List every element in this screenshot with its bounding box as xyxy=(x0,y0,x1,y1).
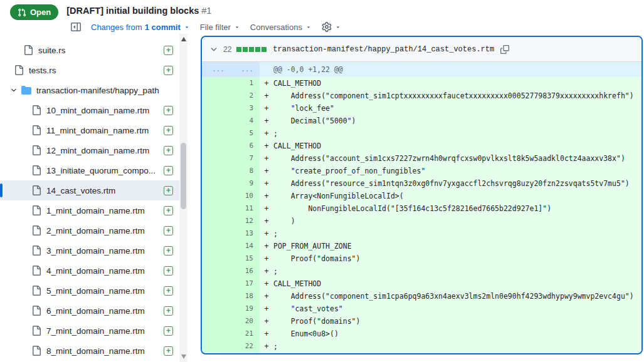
old-line-number[interactable] xyxy=(202,102,231,115)
tree-file-row[interactable]: 12_mint_domain_name.rtm+ xyxy=(0,140,179,160)
new-line-number[interactable]: 14 xyxy=(231,240,260,252)
tree-file-row[interactable]: 11_mint_domain_name.rtm+ xyxy=(0,120,179,140)
new-line-number[interactable]: 15 xyxy=(231,252,260,265)
old-line-number[interactable] xyxy=(202,165,231,177)
tree-folder-row[interactable]: transaction-manifest/happy_path xyxy=(0,80,179,100)
old-line-number[interactable] xyxy=(202,90,231,102)
copy-icon xyxy=(500,45,509,54)
old-line-number[interactable] xyxy=(202,240,231,252)
tree-file-row[interactable]: 1_mint_domain_name.rtm+ xyxy=(0,200,179,220)
new-line-number[interactable]: 2 xyxy=(231,90,260,102)
tree-file-row[interactable]: 13_initiate_quorum_compo...+ xyxy=(0,160,179,180)
old-line-number[interactable]: ... xyxy=(202,62,231,77)
diff-sign xyxy=(260,62,273,77)
new-line-number[interactable]: 19 xyxy=(231,303,260,315)
file-icon xyxy=(31,205,41,215)
old-line-number[interactable] xyxy=(202,215,231,227)
old-line-number[interactable] xyxy=(202,140,231,152)
new-line-number[interactable]: 9 xyxy=(231,177,260,190)
diff-line-row: 15+ Proof("domains") xyxy=(202,252,641,265)
tree-file-row[interactable]: 4_mint_domain_name.rtm+ xyxy=(0,261,179,281)
diff-code: CALL_METHOD xyxy=(273,277,641,290)
old-line-number[interactable] xyxy=(202,290,231,303)
tree-file-row[interactable]: 2_mint_domain_name.rtm+ xyxy=(0,220,179,240)
tree-file-row[interactable]: 14_cast_votes.rtm+ xyxy=(0,180,179,200)
file-icon xyxy=(31,125,41,135)
tree-file-row[interactable]: 7_mint_domain_name.rtm+ xyxy=(0,321,179,341)
old-line-number[interactable] xyxy=(202,202,231,215)
copy-file-path-button[interactable] xyxy=(500,45,509,54)
diff-line-row: 22+; xyxy=(202,340,641,353)
diff-code: Enum<0u8>() xyxy=(273,328,641,340)
new-line-number[interactable]: 13 xyxy=(231,227,260,240)
changes-from-dropdown[interactable]: Changes from 1 commit xyxy=(91,23,190,32)
diff-code: "create_proof_of_non_fungibles" xyxy=(273,165,641,177)
tree-file-row[interactable]: 5_mint_domain_name.rtm+ xyxy=(0,281,179,301)
scrollbar-down-arrow[interactable] xyxy=(179,351,187,362)
new-line-number[interactable]: 18 xyxy=(231,290,260,303)
old-line-number[interactable] xyxy=(202,77,231,90)
old-line-number[interactable] xyxy=(202,227,231,240)
new-line-number[interactable]: 16 xyxy=(231,265,260,277)
new-line-number[interactable]: 4 xyxy=(231,115,260,127)
old-line-number[interactable] xyxy=(202,277,231,290)
new-line-number[interactable]: 8 xyxy=(231,165,260,177)
new-line-number[interactable]: 22 xyxy=(231,340,260,353)
tree-item-label: 4_mint_domain_name.rtm xyxy=(46,266,159,276)
new-line-number[interactable]: 12 xyxy=(231,215,260,227)
new-line-number[interactable]: 6 xyxy=(231,140,260,152)
old-line-number[interactable] xyxy=(202,315,231,328)
diff-added-icon: + xyxy=(164,206,173,215)
new-line-number[interactable]: 17 xyxy=(231,277,260,290)
new-line-number[interactable]: 21 xyxy=(231,328,260,340)
diff-line-row: 12+ ) xyxy=(202,215,641,227)
tree-file-row[interactable]: suite.rs+ xyxy=(0,40,179,60)
tree-file-row[interactable]: 10_mint_domain_name.rtm+ xyxy=(0,100,179,120)
new-line-number[interactable]: 1 xyxy=(231,77,260,90)
changes-from-count: 1 commit xyxy=(145,23,181,32)
file-filter-dropdown[interactable]: File filter xyxy=(200,23,240,32)
scrollbar-thumb[interactable] xyxy=(181,143,186,209)
diff-code: POP_FROM_AUTH_ZONE xyxy=(273,240,641,252)
triangle-down-icon xyxy=(335,24,341,30)
old-line-number[interactable] xyxy=(202,340,231,353)
diff-sign: + xyxy=(260,290,273,303)
new-line-number[interactable]: 10 xyxy=(231,190,260,202)
tree-file-row[interactable]: 6_mint_domain_name.rtm+ xyxy=(0,301,179,321)
old-line-number[interactable] xyxy=(202,177,231,190)
diffstat-block xyxy=(249,47,254,52)
diff-added-icon: + xyxy=(164,106,173,115)
new-line-number[interactable]: 20 xyxy=(231,315,260,328)
new-line-number[interactable]: ... xyxy=(231,62,260,77)
diff-file-path[interactable]: transaction-manifest/happy_path/14_cast_… xyxy=(273,45,494,54)
old-line-number[interactable] xyxy=(202,328,231,340)
diff-sign: + xyxy=(260,202,273,215)
old-line-number[interactable] xyxy=(202,265,231,277)
collapse-diff-button[interactable] xyxy=(209,45,218,54)
old-line-number[interactable] xyxy=(202,190,231,202)
diff-line-row: 8+ "create_proof_of_non_fungibles" xyxy=(202,165,641,177)
old-line-number[interactable] xyxy=(202,252,231,265)
file-tree-scrollbar[interactable] xyxy=(179,34,187,362)
old-line-number[interactable] xyxy=(202,152,231,165)
diff-settings-button[interactable] xyxy=(322,22,341,32)
diff-sign: + xyxy=(260,140,273,152)
new-line-number[interactable]: 5 xyxy=(231,127,260,140)
new-line-number[interactable]: 11 xyxy=(231,202,260,215)
old-line-number[interactable] xyxy=(202,303,231,315)
diffstat-block xyxy=(243,47,248,52)
tree-file-row[interactable]: 8_mint_domain_name.rtm+ xyxy=(0,341,179,361)
scrollbar-up-arrow[interactable] xyxy=(179,34,187,44)
file-icon xyxy=(14,65,24,75)
conversations-dropdown[interactable]: Conversations xyxy=(250,23,312,32)
old-line-number[interactable] xyxy=(202,127,231,140)
tree-file-row[interactable]: 3_mint_domain_name.rtm+ xyxy=(0,240,179,261)
diff-line-row: 7+ Address("account_sim1cxs7227zwrn4h0wr… xyxy=(202,152,641,165)
new-line-number[interactable]: 3 xyxy=(231,102,260,115)
old-line-number[interactable] xyxy=(202,115,231,127)
diff-line-row: 11+ NonFungibleLocalId("[35f164c13c5f282… xyxy=(202,202,641,215)
new-line-number[interactable]: 7 xyxy=(231,152,260,165)
toggle-file-tree-button[interactable] xyxy=(71,22,81,32)
diff-sign: + xyxy=(260,90,273,102)
tree-file-row[interactable]: tests.rs+ xyxy=(0,60,179,80)
